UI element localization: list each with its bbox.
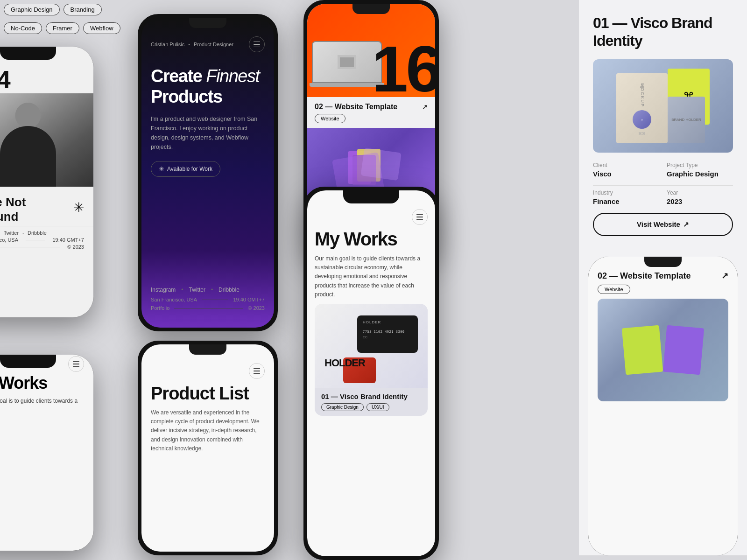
phone-notch-5 xyxy=(352,4,390,14)
folder-purple xyxy=(663,325,704,375)
asterisk-icon: ✳ xyxy=(73,200,84,215)
website-template-label: 02 — Website Template ↗ xyxy=(307,97,435,114)
phone-product-list-screen: Product List We are versatile and experi… xyxy=(141,344,274,552)
menu-icon-dark xyxy=(254,42,260,48)
phone-footer: Instagram • Twitter • Dribbble San Franc… xyxy=(0,226,93,255)
mockup-card-3: BRAND HOLDER xyxy=(668,97,705,143)
tag-framer[interactable]: Framer xyxy=(46,22,79,34)
website-tag: Website xyxy=(307,114,435,128)
available-for-work-button[interactable]: ✳ Available for Work xyxy=(151,161,220,177)
laptop-screen-icon xyxy=(338,55,356,69)
author-role: Product Designer xyxy=(194,42,233,47)
holder-text: HOLDER xyxy=(324,357,365,369)
footer-portfolio-dark: Portfolio © 2023 xyxy=(151,305,265,311)
mockup-text-2: ⌘⌘ xyxy=(638,132,646,136)
product-list-desc: We are versatile and experienced in the … xyxy=(141,404,274,458)
brand-mockup-image: 品 MOCKUP ○ ⌘⌘ ⌘ BRAND HOLDER xyxy=(593,59,733,153)
svg-rect-1 xyxy=(340,57,354,67)
folder-stack xyxy=(624,327,702,373)
photo-section xyxy=(0,93,93,187)
folder-green xyxy=(622,325,663,375)
project-meta: Client Visco Project Type Graphic Design xyxy=(593,162,733,178)
website-tag-right: Website xyxy=(588,285,738,299)
project-label: 02 — Website Template xyxy=(315,103,397,111)
tag-webflow[interactable]: Webflow xyxy=(83,22,120,34)
tag-ux-ui-card[interactable]: UX/UI xyxy=(366,403,389,411)
my-works-main-title: My Works xyxy=(307,225,435,250)
person-head xyxy=(15,103,41,128)
mockup-cards: 品 MOCKUP ○ ⌘⌘ ⌘ BRAND HOLDER xyxy=(616,69,710,143)
arrow-right-icon: ↗ xyxy=(721,271,728,281)
title-line2: Identity xyxy=(593,32,642,49)
project-meta-2: Industry Finance Year 2023 xyxy=(593,189,733,205)
menu-button-product[interactable] xyxy=(249,363,265,379)
visit-website-button[interactable]: Visit Website ↗ xyxy=(593,213,733,236)
phone-my-works-screen: My Works Our main goal is to guide clien… xyxy=(0,355,93,551)
menu-button[interactable] xyxy=(68,356,84,372)
phone-portfolio-main: Cristian Pulisic • Product Designer Crea… xyxy=(138,14,278,331)
product-list-title: Product List xyxy=(141,379,274,404)
phone-notch-2 xyxy=(0,355,56,368)
right-panel-website-template: 02 — Website Template ↗ Website xyxy=(579,247,747,555)
phone-right-inner: 02 — Website Template ↗ Website xyxy=(588,257,738,555)
number-display: 16 xyxy=(372,36,435,97)
footer-location-dark: San Francisco, USA 19:40 GMT+7 xyxy=(151,297,265,302)
my-works-main-desc: Our main goal is to guide clients toward… xyxy=(307,250,435,304)
industry-value: Finance xyxy=(593,197,659,205)
card-label: CC xyxy=(363,336,412,339)
title-italic: Finnest xyxy=(206,66,259,86)
page-not-found-text: age Not Found xyxy=(0,190,73,224)
footer-dribbble: Dribbble xyxy=(28,230,47,236)
portfolio-title: Create Finnest Products xyxy=(151,66,265,107)
year-label: Year xyxy=(667,189,733,196)
error-code: 404 xyxy=(0,65,84,93)
portfolio-desc: I'm a product and web designer from San … xyxy=(151,114,265,152)
card-number: 7753 1102 4921 3300 xyxy=(363,330,412,334)
phone-product-list: Product List We are versatile and experi… xyxy=(138,341,278,555)
phone-notch-3 xyxy=(189,18,226,28)
portfolio-footer: Instagram • Twitter • Dribbble San Franc… xyxy=(141,287,274,314)
footer-location-row: San Francisco, USA 19:40 GMT+7 xyxy=(0,237,84,243)
card-tags: Graphic Design UX/UI xyxy=(321,403,421,411)
visit-arrow-icon: ↗ xyxy=(683,220,689,229)
phone-right-screen: 02 — Website Template ↗ Website xyxy=(588,257,738,555)
website-template-label-right: 02 — Website Template xyxy=(598,271,691,281)
title-normal: Create xyxy=(151,66,206,86)
phone-404-screen: 404 age Not Found ✳ ✕ Instagram • Twitte… xyxy=(0,47,93,317)
client-meta: Client Visco xyxy=(593,162,659,178)
card-info: 01 — Visco Brand Identity Graphic Design… xyxy=(315,388,428,416)
tag-branding[interactable]: Branding xyxy=(63,4,102,15)
project-type-label: Project Type xyxy=(667,162,733,168)
phone-my-works-main-screen: My Works Our main goal is to guide clien… xyxy=(307,190,435,556)
phone-notch xyxy=(0,47,56,60)
footer-location: San Francisco, USA xyxy=(0,237,18,243)
project-type-meta: Project Type Graphic Design xyxy=(667,162,733,178)
footer-time: 19:40 GMT+7 xyxy=(52,237,84,243)
arrow-icon: ↗ xyxy=(422,103,428,111)
portfolio-author: Cristian Pulisic • Product Designer xyxy=(151,42,233,47)
available-label: Available for Work xyxy=(167,166,212,172)
tag-no-code[interactable]: No-Code xyxy=(4,22,42,34)
card-brand: HOLDER xyxy=(363,320,412,324)
tags-row-1: Graphic Design Branding xyxy=(4,4,102,15)
industry-meta: Industry Finance xyxy=(593,189,659,205)
portfolio-content: Create Finnest Products I'm a product an… xyxy=(141,52,274,177)
meta-separator xyxy=(593,185,733,186)
phone-my-works-main: My Works Our main goal is to guide clien… xyxy=(303,187,439,560)
card-title: 01 — Visco Brand Identity xyxy=(321,392,421,400)
mockup-card-1: 品 MOCKUP ○ ⌘⌘ xyxy=(616,73,668,143)
footer-twitter-dark: Twitter xyxy=(189,287,205,293)
tag-graphic-design[interactable]: Graphic Design xyxy=(4,4,60,15)
website-template-header: 02 — Website Template ↗ xyxy=(588,271,738,285)
author-name: Cristian Pulisic xyxy=(151,42,184,47)
industry-label: Industry xyxy=(593,189,659,196)
footer-social-links: Instagram • Twitter • Dribbble xyxy=(151,287,265,293)
tag-graphic-design-card[interactable]: Graphic Design xyxy=(321,403,364,411)
menu-button-works[interactable] xyxy=(412,209,428,225)
star-icon: ✳ xyxy=(159,165,164,173)
project-type-value: Graphic Design xyxy=(667,170,733,178)
footer-dribbble-dark: Dribbble xyxy=(218,287,240,293)
menu-button-dark[interactable] xyxy=(249,36,265,52)
phone-my-works-left: My Works Our main goal is to guide clien… xyxy=(0,355,93,551)
tag-website: Website xyxy=(315,114,345,123)
